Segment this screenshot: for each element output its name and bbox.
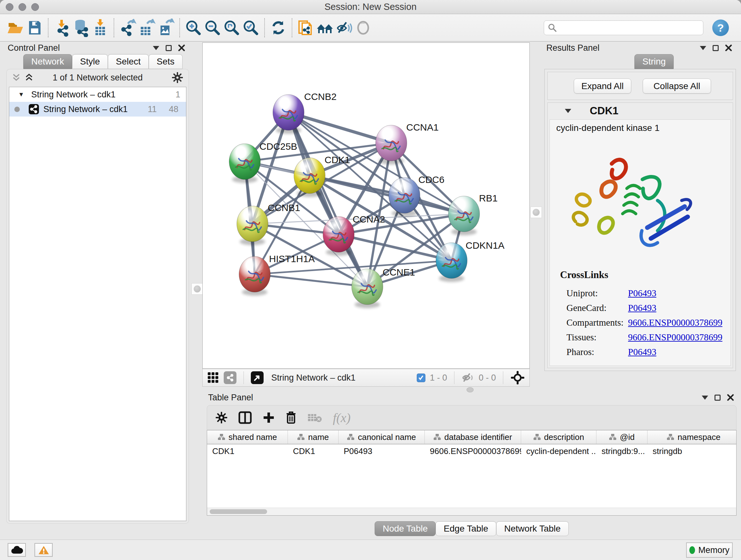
- table-cell[interactable]: stringdb:9...: [596, 444, 648, 458]
- selected-checkbox-icon[interactable]: [417, 374, 425, 382]
- import-network-icon[interactable]: [52, 17, 71, 38]
- export-network-icon[interactable]: [118, 17, 137, 38]
- column-header-label: database identifier: [444, 432, 512, 442]
- crosslink-link[interactable]: 9606.ENSP00000378699: [628, 317, 723, 328]
- search-box[interactable]: [544, 20, 703, 35]
- column-type-icon: [667, 434, 674, 441]
- column-header-name[interactable]: name: [288, 430, 339, 444]
- tab-sets[interactable]: Sets: [149, 54, 183, 69]
- minimize-window-button[interactable]: [18, 3, 26, 11]
- export-image-icon[interactable]: [156, 17, 176, 38]
- import-table-icon[interactable]: [91, 17, 110, 38]
- delete-table-icon: [307, 412, 322, 423]
- close-panel-icon[interactable]: [725, 44, 732, 51]
- network-collection-row[interactable]: ▼ String Network – cdk1 1: [9, 87, 186, 102]
- table-cell[interactable]: 9606.ENSP00000378699: [425, 444, 521, 458]
- tab-edge-table[interactable]: Edge Table: [435, 521, 496, 536]
- left-splitter-handle[interactable]: [192, 283, 203, 295]
- refresh-icon[interactable]: [269, 17, 288, 38]
- column-type-icon: [609, 434, 616, 441]
- table-options-gear-icon[interactable]: [215, 412, 227, 424]
- import-network-from-database-icon[interactable]: [71, 17, 91, 38]
- pan-crosshair-icon[interactable]: [510, 370, 525, 385]
- panel-menu-icon[interactable]: [700, 46, 706, 50]
- zoom-fit-icon[interactable]: [222, 17, 241, 38]
- network-canvas[interactable]: CCNB2CCNA1CDC25BCDK1CDC6RB1CCNB1CCNA2CDK…: [202, 43, 530, 369]
- tab-network[interactable]: Network: [23, 54, 72, 69]
- table-tabs: Node TableEdge TableNetwork Table: [204, 521, 739, 536]
- node-label-CDC6: CDC6: [418, 174, 445, 185]
- table-cell[interactable]: cyclin-dependent ...: [521, 444, 596, 458]
- network-row[interactable]: String Network – cdk1 11 48: [9, 102, 186, 117]
- zoom-selected-icon[interactable]: [241, 17, 260, 38]
- home-icon[interactable]: [315, 17, 334, 38]
- panel-menu-icon[interactable]: [153, 46, 159, 50]
- right-splitter-handle[interactable]: [530, 206, 542, 218]
- show-columns-icon[interactable]: [239, 411, 252, 424]
- expand-all-button[interactable]: Expand All: [574, 78, 631, 94]
- save-session-icon[interactable]: [25, 17, 44, 38]
- column-header-database-identifier[interactable]: database identifier: [425, 430, 521, 444]
- export-table-icon[interactable]: [137, 17, 156, 38]
- cloud-button[interactable]: [8, 543, 26, 557]
- close-panel-icon[interactable]: [178, 44, 185, 51]
- hide-unhide-icon[interactable]: [334, 17, 354, 38]
- collapse-all-button[interactable]: Collapse All: [643, 78, 711, 94]
- column-header-id[interactable]: @id: [596, 430, 648, 444]
- float-panel-icon[interactable]: [713, 45, 719, 51]
- memory-button[interactable]: Memory: [686, 543, 733, 558]
- column-header-namespace[interactable]: namespace: [648, 430, 737, 444]
- zoom-in-icon[interactable]: [184, 17, 203, 38]
- table-cell[interactable]: P06493: [339, 444, 425, 458]
- add-column-icon[interactable]: [263, 412, 275, 424]
- disclosure-triangle-icon[interactable]: ▼: [18, 91, 24, 98]
- table-row[interactable]: CDK1CDK1P064939606.ENSP00000378699cyclin…: [207, 444, 736, 458]
- collection-name: String Network – cdk1: [31, 90, 116, 100]
- column-header-description[interactable]: description: [521, 430, 596, 444]
- gear-icon[interactable]: [172, 72, 183, 83]
- crosslink-link[interactable]: P06493: [628, 347, 657, 357]
- network-view-title: String Network – cdk1: [271, 373, 355, 383]
- crosslink-row: Tissues:9606.ENSP00000378699: [566, 330, 727, 345]
- float-panel-icon[interactable]: [165, 45, 172, 51]
- gene-disclosure-icon[interactable]: [565, 109, 571, 113]
- table-horizontal-scrollbar[interactable]: [207, 508, 736, 515]
- crosslink-label: Pharos:: [566, 347, 594, 357]
- column-type-icon: [347, 434, 354, 441]
- crosslink-link[interactable]: P06493: [628, 288, 657, 299]
- table-cell[interactable]: CDK1: [207, 444, 288, 458]
- node-label-CCNA1: CCNA1: [406, 122, 439, 132]
- tab-select[interactable]: Select: [108, 54, 149, 69]
- edge-HIST1H1A-CCNE1[interactable]: [255, 274, 367, 287]
- panel-menu-icon[interactable]: [702, 395, 708, 400]
- search-input[interactable]: [559, 23, 699, 33]
- share-document-icon[interactable]: [296, 17, 315, 38]
- string-network-badge-icon[interactable]: [224, 371, 237, 384]
- zoom-window-button[interactable]: [31, 3, 39, 11]
- float-panel-icon[interactable]: [715, 395, 721, 401]
- birdseye-view-icon[interactable]: [251, 371, 264, 384]
- table-cell[interactable]: stringdb: [648, 444, 737, 458]
- warnings-button[interactable]: [35, 543, 53, 557]
- crosslink-link[interactable]: 9606.ENSP00000378699: [628, 332, 723, 343]
- toolbar-separator: [179, 18, 180, 37]
- node-table: shared namenamecanonical namedatabase id…: [207, 430, 737, 516]
- delete-column-icon[interactable]: [286, 411, 296, 424]
- show-all-icon[interactable]: [354, 17, 373, 38]
- tab-node-table[interactable]: Node Table: [375, 521, 435, 536]
- help-icon[interactable]: ?: [712, 19, 729, 36]
- column-header-canonical-name[interactable]: canonical name: [339, 430, 425, 444]
- close-window-button[interactable]: [6, 3, 13, 11]
- table-cell[interactable]: CDK1: [288, 444, 339, 458]
- crosslink-link[interactable]: P06493: [628, 303, 657, 313]
- column-header-label: name: [308, 432, 329, 442]
- open-session-icon[interactable]: [6, 17, 25, 38]
- tab-network-table[interactable]: Network Table: [496, 521, 569, 536]
- zoom-out-icon[interactable]: [203, 17, 222, 38]
- tab-style[interactable]: Style: [72, 54, 108, 69]
- column-header-shared-name[interactable]: shared name: [207, 430, 288, 444]
- grid-view-icon[interactable]: [207, 372, 219, 384]
- close-panel-icon[interactable]: [727, 394, 734, 401]
- tab-string[interactable]: String: [634, 54, 674, 69]
- edge-CCNB2-CCNA1[interactable]: [288, 112, 391, 143]
